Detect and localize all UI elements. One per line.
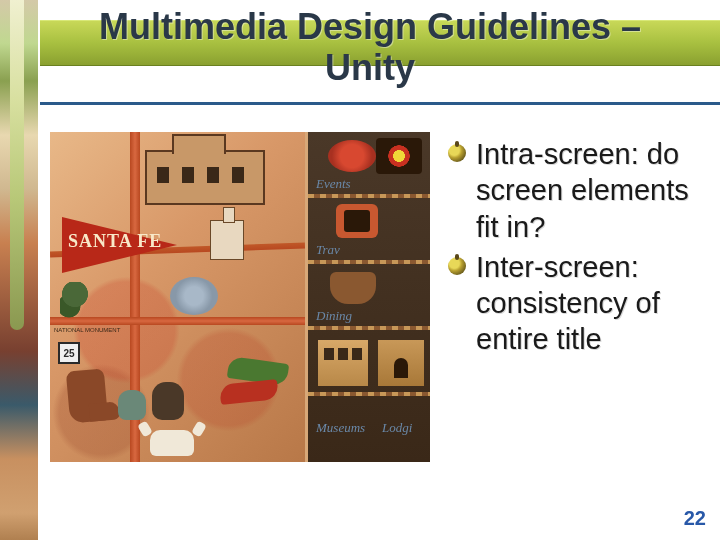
route-sign-icon: 25 [58, 342, 80, 364]
title-underline [40, 102, 720, 105]
example-illustration: SANTA FE NATIONAL MONUMENT 25 Events Tra… [50, 132, 430, 462]
trees-icon [60, 282, 90, 322]
travel-icon [336, 204, 378, 238]
nav-separator [308, 392, 430, 396]
bullet-list: Intra-screen: do screen elements fit in?… [448, 132, 710, 482]
nav-museums-label: Museums [316, 420, 365, 436]
pennant-label: SANTA FE [68, 229, 162, 252]
events-icon [328, 140, 376, 172]
dining-icon [330, 272, 376, 304]
bullet-item: Inter-screen: consistency of entire titl… [448, 249, 710, 358]
pottery-icon [118, 382, 188, 422]
bullet-item: Intra-screen: do screen elements fit in? [448, 136, 710, 245]
nav-dining-label: Dining [316, 308, 352, 324]
bullet-text: Intra-screen: do screen elements fit in? [476, 136, 710, 245]
map-panel: SANTA FE NATIONAL MONUMENT 25 [50, 132, 305, 462]
bullet-olive-icon [448, 257, 466, 275]
fountain-icon [170, 277, 218, 315]
lodging-icon [378, 340, 424, 386]
page-number: 22 [684, 507, 706, 530]
nav-separator [308, 260, 430, 264]
nav-panel: Events Trav Dining Museums Lodgi [308, 132, 430, 462]
cowboy-boot-icon [66, 368, 108, 423]
nav-separator [308, 326, 430, 330]
nav-events-label: Events [316, 176, 351, 192]
bullet-text: Inter-screen: consistency of entire titl… [476, 249, 710, 358]
nav-travel-label: Trav [316, 242, 340, 258]
bullet-olive-icon [448, 144, 466, 162]
santa-fe-logo-icon [376, 138, 422, 174]
nav-separator [308, 194, 430, 198]
adobe-building-icon [145, 150, 265, 205]
cow-skull-icon [150, 430, 194, 456]
content-area: SANTA FE NATIONAL MONUMENT 25 Events Tra… [50, 132, 710, 482]
slide-title: Multimedia Design Guidelines – Unity [50, 6, 690, 89]
monument-label: NATIONAL MONUMENT [54, 327, 120, 333]
decorative-left-strip [0, 0, 38, 540]
red-chile-icon [219, 379, 279, 405]
museums-icon [318, 340, 368, 386]
slide-title-wrap: Multimedia Design Guidelines – Unity [50, 6, 690, 89]
nav-lodging-label: Lodgi [382, 420, 412, 436]
church-icon [210, 220, 244, 260]
